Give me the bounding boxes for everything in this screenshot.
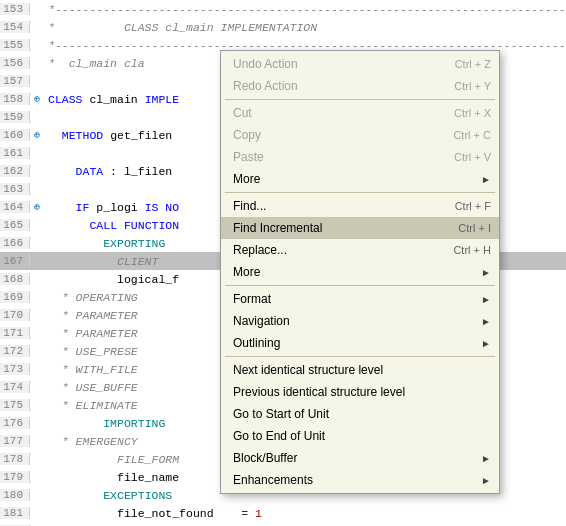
menu-item-copy[interactable]: Copy Ctrl + C: [221, 124, 499, 146]
menu-item-prev-identical[interactable]: Previous identical structure level: [221, 381, 499, 403]
menu-item-undo[interactable]: Undo Action Ctrl + Z: [221, 53, 499, 75]
menu-item-redo[interactable]: Redo Action Ctrl + Y: [221, 75, 499, 97]
menu-shortcut-find-incremental: Ctrl + I: [458, 222, 491, 234]
menu-separator-3: [225, 285, 495, 286]
menu-item-cut[interactable]: Cut Ctrl + X: [221, 102, 499, 124]
menu-item-goto-end[interactable]: Go to End of Unit: [221, 425, 499, 447]
code-line-154: 154 * CLASS cl_main IMPLEMENTATION: [0, 18, 566, 36]
menu-separator-1: [225, 99, 495, 100]
menu-label-outlining: Outlining: [233, 336, 280, 350]
menu-item-enhancements[interactable]: Enhancements ►: [221, 469, 499, 491]
menu-item-more2[interactable]: More ►: [221, 261, 499, 283]
menu-item-navigation[interactable]: Navigation ►: [221, 310, 499, 332]
menu-label-goto-start: Go to Start of Unit: [233, 407, 329, 421]
menu-item-format[interactable]: Format ►: [221, 288, 499, 310]
menu-item-block-buffer[interactable]: Block/Buffer ►: [221, 447, 499, 469]
menu-label-replace: Replace...: [233, 243, 287, 257]
menu-label-cut: Cut: [233, 106, 252, 120]
menu-label-goto-end: Go to End of Unit: [233, 429, 325, 443]
chevron-right-icon-7: ►: [481, 475, 491, 486]
menu-shortcut-redo: Ctrl + Y: [454, 80, 491, 92]
menu-label-block-buffer: Block/Buffer: [233, 451, 297, 465]
code-line-182: 182 OTHERS = 2: [0, 522, 566, 526]
chevron-right-icon-2: ►: [481, 267, 491, 278]
menu-label-paste: Paste: [233, 150, 264, 164]
menu-label-next-identical: Next identical structure level: [233, 363, 383, 377]
menu-label-undo: Undo Action: [233, 57, 298, 71]
menu-shortcut-find: Ctrl + F: [455, 200, 491, 212]
menu-label-navigation: Navigation: [233, 314, 290, 328]
menu-shortcut-cut: Ctrl + X: [454, 107, 491, 119]
menu-item-paste[interactable]: Paste Ctrl + V: [221, 146, 499, 168]
menu-label-more1: More: [233, 172, 260, 186]
menu-item-find[interactable]: Find... Ctrl + F: [221, 195, 499, 217]
menu-shortcut-replace: Ctrl + H: [453, 244, 491, 256]
menu-shortcut-paste: Ctrl + V: [454, 151, 491, 163]
chevron-right-icon: ►: [481, 174, 491, 185]
context-menu: Undo Action Ctrl + Z Redo Action Ctrl + …: [220, 50, 500, 494]
menu-item-find-incremental[interactable]: Find Incremental Ctrl + I: [221, 217, 499, 239]
code-line-181: 181 file_not_found = 1: [0, 504, 566, 522]
menu-separator-4: [225, 356, 495, 357]
menu-label-format: Format: [233, 292, 271, 306]
chevron-right-icon-3: ►: [481, 294, 491, 305]
chevron-right-icon-6: ►: [481, 453, 491, 464]
menu-label-enhancements: Enhancements: [233, 473, 313, 487]
menu-shortcut-copy: Ctrl + C: [453, 129, 491, 141]
menu-label-find: Find...: [233, 199, 266, 213]
menu-label-copy: Copy: [233, 128, 261, 142]
chevron-right-icon-5: ►: [481, 338, 491, 349]
menu-separator-2: [225, 192, 495, 193]
menu-label-prev-identical: Previous identical structure level: [233, 385, 405, 399]
menu-item-outlining[interactable]: Outlining ►: [221, 332, 499, 354]
code-line-153: 153 *-----------------------------------…: [0, 0, 566, 18]
chevron-right-icon-4: ►: [481, 316, 491, 327]
menu-item-goto-start[interactable]: Go to Start of Unit: [221, 403, 499, 425]
menu-shortcut-undo: Ctrl + Z: [455, 58, 491, 70]
menu-label-more2: More: [233, 265, 260, 279]
menu-label-redo: Redo Action: [233, 79, 298, 93]
menu-item-replace[interactable]: Replace... Ctrl + H: [221, 239, 499, 261]
menu-item-next-identical[interactable]: Next identical structure level: [221, 359, 499, 381]
menu-item-more1[interactable]: More ►: [221, 168, 499, 190]
menu-label-find-incremental: Find Incremental: [233, 221, 322, 235]
